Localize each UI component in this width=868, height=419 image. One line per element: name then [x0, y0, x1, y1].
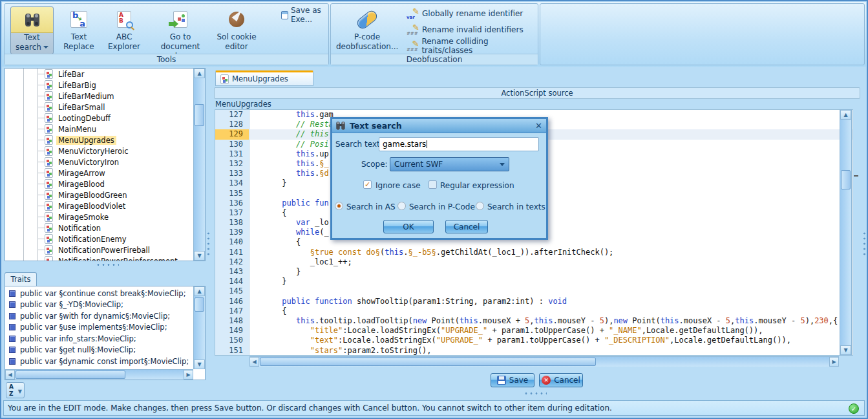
scroll-down-icon[interactable]: ▼	[840, 345, 851, 355]
tree-item[interactable]: NotificationEnemy	[5, 233, 193, 244]
tab-menuupgrades[interactable]: MenuUpgrades	[215, 70, 313, 86]
scope-select[interactable]: Current SWF	[390, 157, 509, 171]
line-number: 128	[215, 120, 249, 129]
code-line: _loc1_++;	[250, 257, 852, 267]
code-line	[250, 286, 852, 296]
search-in-as-radio[interactable]	[335, 202, 343, 210]
tree-item[interactable]: MirageSmoke	[5, 211, 193, 222]
text-search-dialog: Text search ✕ Search text: game.stars Sc…	[330, 117, 548, 240]
code-scrollbar-thumb[interactable]	[841, 170, 851, 189]
tree-item[interactable]: LifeBarMedium	[5, 91, 193, 102]
code-horizontal-scrollbar[interactable]: ◀ ▶	[249, 356, 839, 367]
scroll-up-icon[interactable]: ▲	[840, 110, 851, 120]
save-button[interactable]: Save	[491, 373, 535, 387]
scroll-left-icon[interactable]: ◀	[249, 357, 259, 367]
tree-item[interactable]: MenuVictoryHeroic	[5, 145, 193, 156]
traits-horizontal-scrollbar[interactable]: ◀ ▶	[5, 369, 193, 380]
tree-item[interactable]: MirageArrow	[5, 167, 193, 178]
traits-scrollbar-thumb[interactable]	[195, 297, 204, 312]
tree-item[interactable]: MirageBlood	[5, 178, 193, 189]
tree-item[interactable]: LifeBarSmall	[5, 102, 193, 113]
globally-rename-identifier-button[interactable]: ✎var Globally rename identifier	[407, 6, 523, 21]
search-in-pcode-radio[interactable]	[397, 202, 406, 210]
text-search-button[interactable]: Text search	[10, 6, 54, 54]
ok-button[interactable]: OK	[383, 220, 434, 233]
regular-expression-checkbox[interactable]	[429, 180, 437, 189]
dialog-titlebar[interactable]: Text search ✕	[332, 119, 546, 133]
tree-item-label: LifeBar	[56, 70, 86, 79]
ignore-case-checkbox[interactable]: ✓	[363, 180, 372, 189]
regular-expression-label: Regular expression	[440, 181, 514, 190]
trait-item[interactable]: public var info_stars:MovieClip;	[5, 333, 193, 345]
tree-item[interactable]: Notification	[5, 222, 193, 233]
code-line: "stars":param2.toString(),	[250, 346, 852, 356]
text-replace-button[interactable]: b➜a TextReplace	[59, 6, 99, 54]
cancel-button[interactable]: Cancel	[445, 220, 488, 233]
scroll-left-icon[interactable]: ◀	[5, 370, 15, 380]
trait-item[interactable]: public var §with for dynamic§:MovieClip;	[5, 310, 193, 322]
trait-item[interactable]: public var §use implements§:MovieClip;	[5, 322, 193, 334]
code-line: }	[250, 277, 852, 286]
trait-item[interactable]: public var §dynamic const import§:MovieC…	[5, 356, 193, 367]
search-input[interactable]: game.stars	[379, 137, 539, 151]
traits-hscrollbar-thumb[interactable]	[16, 371, 125, 379]
rename-colliding-traits-button[interactable]: ✎### Rename colliding traits/classes	[407, 39, 538, 53]
trait-item[interactable]: public var §get null§:MovieClip;	[5, 345, 193, 356]
go-to-document-icon	[151, 6, 210, 32]
tree-item[interactable]: LifeBar	[5, 69, 193, 80]
line-number: 127	[215, 110, 249, 120]
tree-item[interactable]: NotificationPowerReinforcement	[5, 255, 193, 261]
scroll-up-icon[interactable]: ▲	[194, 286, 205, 296]
line-number: 144	[215, 277, 249, 286]
close-icon[interactable]: ✕	[535, 121, 542, 131]
tree-scrollbar-thumb[interactable]	[195, 104, 204, 126]
movieclip-icon	[220, 74, 229, 84]
actionscript-source-header: ActionScript source	[214, 87, 860, 99]
line-number: 148	[215, 316, 249, 326]
tree-item[interactable]: NotificationPowerFireball	[5, 244, 193, 255]
trait-icon	[9, 313, 16, 319]
rename-invalid-identifiers-button[interactable]: ✎### Rename invalid identifiers	[407, 23, 524, 37]
tree-traits-splitter[interactable]	[96, 263, 119, 266]
sort-traits-button[interactable]: A Z ▼	[6, 382, 25, 398]
pcode-deobfuscation-button[interactable]: P-codedeobfuscation...	[336, 6, 398, 54]
tree-item[interactable]: MirageBloodGreen	[5, 189, 193, 200]
window-icon	[281, 11, 288, 19]
tree-vertical-scrollbar[interactable]: ▲ ▼	[193, 69, 205, 261]
tree-item[interactable]: MenuVictoryIron	[5, 156, 193, 167]
dialog-title: Text search	[350, 121, 402, 131]
right-edge-splitter[interactable]	[863, 231, 866, 258]
go-to-document-class-button[interactable]: Go to documentclass	[151, 6, 210, 54]
movieclip-icon	[45, 146, 53, 156]
code-line: "text":Locale.loadStringEx("UPGRADE_" + …	[250, 336, 852, 345]
traits-vertical-scrollbar[interactable]: ▲ ▼	[193, 286, 205, 369]
tree-item[interactable]: MenuUpgrades	[5, 134, 193, 145]
trait-item[interactable]: public var §_-YD§:MovieClip;	[5, 299, 193, 311]
code-vertical-scrollbar[interactable]: ▲ ▼	[840, 109, 852, 356]
tree-item[interactable]: LootingDebuff	[5, 113, 193, 124]
code-hscrollbar-thumb[interactable]	[260, 358, 596, 366]
scroll-down-icon[interactable]: ▼	[194, 360, 205, 369]
trait-item[interactable]: public var §continue const break§:MovieC…	[5, 288, 193, 299]
save-as-exe-button[interactable]: Save as Exe...	[281, 6, 328, 24]
bottom-splitter[interactable]	[524, 392, 547, 395]
tab-traits[interactable]: Traits	[5, 272, 37, 286]
sol-cookie-editor-button[interactable]: Sol cookieeditor	[213, 6, 260, 54]
tree-item[interactable]: MirageBloodViolet	[5, 200, 193, 211]
search-in-texts-radio[interactable]	[476, 202, 484, 210]
line-number: 130	[215, 140, 249, 149]
tree-item[interactable]: MainMenu	[5, 124, 193, 134]
tree-item[interactable]: LifeBarBig	[5, 80, 193, 91]
scroll-up-icon[interactable]: ▲	[194, 69, 205, 78]
trait-icon	[9, 324, 16, 330]
cancel-edit-button[interactable]: ✕ Cancel	[539, 373, 583, 387]
scroll-down-icon[interactable]: ▼	[194, 251, 205, 261]
trait-icon	[9, 358, 16, 365]
scroll-right-icon[interactable]: ▶	[829, 357, 839, 367]
tree-item-label: NotificationPowerFireball	[56, 246, 152, 255]
scroll-right-icon[interactable]: ▶	[184, 370, 193, 380]
left-panel-splitter[interactable]	[207, 231, 210, 258]
movieclip-icon	[45, 135, 53, 145]
abc-explorer-button[interactable]: AB ABCExplorer	[104, 6, 144, 54]
movieclip-icon	[45, 91, 53, 101]
